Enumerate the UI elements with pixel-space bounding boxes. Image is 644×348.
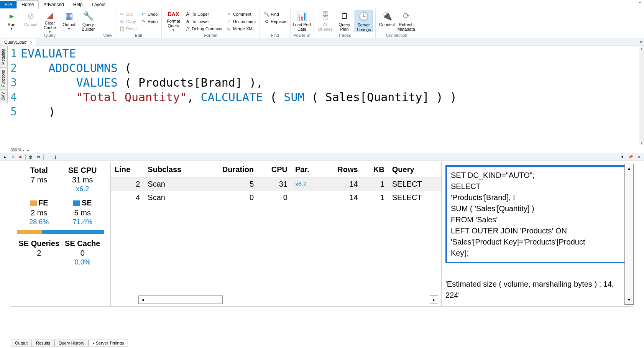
col-duration[interactable]: Duration bbox=[202, 162, 258, 177]
server-timings-button[interactable]: 🕒Server Timings bbox=[355, 10, 373, 32]
stop-icon[interactable]: ■ bbox=[18, 154, 23, 160]
undo-icon: ↶ bbox=[141, 11, 146, 17]
code-editor[interactable]: 1EVALUATE2 ADDCOLUMNS (3 VALUES ( Produc… bbox=[9, 46, 639, 145]
scan-horizontal-scrollbar[interactable]: ◂ bbox=[138, 295, 223, 304]
stat-val-total: 7 ms bbox=[17, 176, 61, 184]
scroll-up-icon[interactable]: ▴ bbox=[628, 164, 630, 173]
zoom-indicator[interactable]: 300 % ▾ ◂ bbox=[11, 148, 29, 152]
copy-button[interactable]: ⧉Copy bbox=[118, 18, 138, 25]
find-button[interactable]: 🔍Find bbox=[262, 11, 288, 18]
output-button[interactable]: ▦Output▾ bbox=[60, 10, 78, 32]
bottom-tab-output[interactable]: Output bbox=[11, 340, 32, 346]
code-text[interactable]: "Total Quantity", CALCULATE ( SUM ( Sale… bbox=[21, 90, 457, 104]
col-query[interactable]: Query bbox=[388, 162, 441, 177]
side-tab-metadata[interactable]: Metadata bbox=[0, 46, 8, 67]
editor-vertical-scrollbar[interactable]: ▴ ▾ bbox=[639, 46, 644, 145]
stat-val-se: 5 ms bbox=[61, 208, 105, 217]
eraser-icon: ◢ bbox=[44, 11, 55, 20]
scissors-icon: ✂ bbox=[119, 11, 125, 17]
bottom-tab-server-timings[interactable]: ▸Server Timings bbox=[89, 340, 128, 346]
trash-icon[interactable]: 🗑 bbox=[28, 154, 33, 160]
comment-button[interactable]: ≡Comment bbox=[225, 11, 257, 18]
stat-label-total: Total bbox=[17, 166, 61, 175]
cut-button[interactable]: ✂Cut bbox=[118, 11, 138, 18]
redo-button[interactable]: ↷Redo bbox=[139, 18, 159, 25]
bottom-tab-query-history[interactable]: Query History bbox=[54, 340, 89, 346]
scroll-left-icon[interactable]: ◂ bbox=[139, 297, 146, 302]
xmSQL-query-text[interactable]: SET DC_KIND="AUTO";SELECT'Products'[Bran… bbox=[445, 165, 629, 263]
clear-cache-button[interactable]: ◢Clear Cache▾ bbox=[41, 10, 59, 32]
scroll-down-icon[interactable]: ▾ bbox=[628, 295, 630, 304]
query-builder-button[interactable]: 🔧Query Builder bbox=[79, 10, 97, 32]
code-text[interactable]: EVALUATE bbox=[21, 47, 76, 60]
copy-trace-icon[interactable]: ⧉ bbox=[36, 154, 41, 160]
record-start-icon[interactable]: ▸ bbox=[2, 154, 8, 160]
ribbon-tab-home[interactable]: Home bbox=[16, 0, 39, 9]
side-tab-functions[interactable]: Functions bbox=[0, 67, 8, 89]
to-upper-button[interactable]: ATo Upper bbox=[183, 11, 223, 18]
run-button[interactable]: ▸Run▾ bbox=[2, 10, 21, 32]
code-text[interactable]: VALUES ( Products[Brand] ), bbox=[21, 76, 263, 89]
col-cpu[interactable]: CPU bbox=[258, 162, 291, 177]
stat-label-secache: SE Cache bbox=[61, 239, 105, 248]
cancel-button[interactable]: ⊘Cancel bbox=[21, 10, 40, 32]
replace-button[interactable]: ⟲Replace bbox=[262, 18, 288, 25]
panel-menu-icon[interactable]: ▾ bbox=[619, 154, 625, 160]
estimated-size-text: 'Estimated size ( volume, marshalling by… bbox=[445, 279, 629, 301]
ribbon-group-label: Format bbox=[164, 33, 257, 38]
tab-overflow-icon[interactable]: ≑ bbox=[639, 40, 642, 44]
ribbon-tab-file[interactable]: File bbox=[0, 1, 16, 8]
side-tab-dmv[interactable]: DMV bbox=[0, 89, 8, 103]
ribbon-tab-advanced[interactable]: Advanced bbox=[39, 1, 68, 8]
document-tab[interactable]: Query1.dax* × bbox=[1, 39, 36, 46]
clipboard-icon: 📋 bbox=[119, 26, 125, 31]
fe-bar-segment bbox=[17, 230, 42, 234]
all-queries-button[interactable]: 🗄All Queries bbox=[316, 10, 335, 32]
refresh-metadata-button[interactable]: ⟳Refresh Metadata bbox=[397, 10, 416, 32]
pin-icon[interactable]: 📌 bbox=[628, 154, 633, 160]
code-text[interactable]: ) bbox=[21, 105, 55, 118]
bottom-tab-results[interactable]: Results bbox=[32, 340, 54, 346]
ribbon-group-traces: 🗄All Queries 🗒Query Plan 🕒Server Timings… bbox=[314, 9, 376, 38]
format-query-button[interactable]: DAXFormat Query▾ bbox=[164, 10, 182, 32]
debug-commas-button[interactable]: ,?Debug Commas bbox=[183, 25, 223, 32]
scroll-up-icon[interactable]: ▴ bbox=[639, 46, 644, 51]
ribbon-collapse-icon[interactable]: ˆ bbox=[639, 2, 641, 7]
ribbon-tab-layout[interactable]: Layout bbox=[87, 1, 110, 8]
col-par[interactable]: Par. bbox=[291, 162, 322, 177]
close-panel-icon[interactable]: × bbox=[636, 154, 642, 160]
code-text[interactable]: ADDCOLUMNS ( bbox=[21, 61, 131, 75]
table-row[interactable]: 4Scan00141SELECT bbox=[111, 191, 441, 204]
scroll-left-icon[interactable]: ◂ bbox=[27, 148, 29, 152]
col-kb[interactable]: KB bbox=[362, 162, 388, 177]
col-line[interactable]: Line bbox=[111, 162, 144, 177]
timer-icon: 🕒 bbox=[358, 11, 369, 22]
line-number: 5 bbox=[9, 105, 21, 118]
load-perf-data-button[interactable]: 📊Load Perf Data bbox=[293, 10, 311, 32]
ribbon-group-label: View bbox=[102, 33, 113, 38]
fe-se-bar bbox=[17, 230, 104, 234]
scroll-down-icon[interactable]: ▾ bbox=[639, 141, 644, 145]
ribbon-group-connection: 🔌Connect ⟳Refresh Metadata Connection bbox=[376, 9, 418, 38]
undo-button[interactable]: ↶Undo bbox=[139, 11, 159, 18]
paste-button[interactable]: 📋Paste bbox=[118, 25, 138, 32]
uncomment-button[interactable]: ≠Uncomment bbox=[225, 18, 257, 25]
query-plan-button[interactable]: 🗒Query Plan bbox=[335, 10, 354, 32]
col-subclass[interactable]: Subclass bbox=[144, 162, 202, 177]
merge-xml-button[interactable]: ⇆Merge XML bbox=[225, 25, 257, 32]
to-lower-button[interactable]: aTo Lower bbox=[183, 18, 223, 25]
pause-icon[interactable]: ⏸ bbox=[10, 154, 15, 160]
sql-vertical-scrollbar[interactable]: ▴ ▾ bbox=[624, 164, 634, 305]
export-icon[interactable]: ⭳ bbox=[53, 154, 58, 160]
ribbon-tab-help[interactable]: Help bbox=[69, 1, 87, 8]
scroll-right-icon[interactable]: ▸ bbox=[430, 295, 438, 304]
editor-pane: Metadata Functions DMV 1EVALUATE2 ADDCOL… bbox=[0, 46, 644, 153]
col-rows[interactable]: Rows bbox=[322, 162, 362, 177]
bottom-tab-strip: Output Results Query History ▸Server Tim… bbox=[11, 340, 128, 346]
lower-icon: a bbox=[185, 19, 190, 24]
table-row[interactable]: 2Scan531x6.2141SELECT bbox=[111, 177, 441, 191]
stat-label-secpu: SE CPU bbox=[61, 166, 105, 175]
close-icon[interactable]: × bbox=[30, 40, 32, 44]
connect-button[interactable]: 🔌Connect bbox=[378, 10, 396, 32]
play-icon: ▸ bbox=[6, 11, 17, 21]
